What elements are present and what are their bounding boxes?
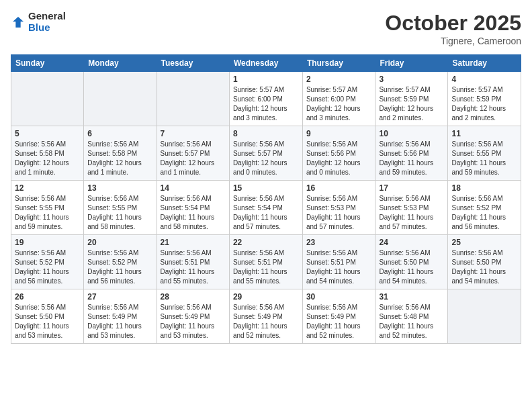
day-number: 9 xyxy=(306,129,372,138)
calendar-cell xyxy=(448,289,521,344)
day-number: 28 xyxy=(161,292,226,302)
day-number: 14 xyxy=(161,183,226,193)
calendar-cell: 18Sunrise: 5:56 AMSunset: 5:52 PMDayligh… xyxy=(448,181,521,235)
day-number: 29 xyxy=(233,292,299,302)
day-info: Sunrise: 5:56 AMSunset: 5:54 PMDaylight:… xyxy=(161,194,226,232)
day-info: Sunrise: 5:57 AMSunset: 6:00 PMDaylight:… xyxy=(233,85,299,123)
day-info: Sunrise: 5:56 AMSunset: 5:56 PMDaylight:… xyxy=(379,140,444,177)
day-info: Sunrise: 5:56 AMSunset: 5:56 PMDaylight:… xyxy=(306,140,372,177)
day-header-saturday: Saturday xyxy=(448,55,521,72)
day-header-monday: Monday xyxy=(84,55,157,72)
day-number: 10 xyxy=(379,129,444,138)
day-number: 24 xyxy=(379,238,444,247)
page-header: General Blue October 2025 Tignere, Camer… xyxy=(11,11,521,46)
calendar-cell: 24Sunrise: 5:56 AMSunset: 5:50 PMDayligh… xyxy=(375,235,448,289)
calendar-cell: 23Sunrise: 5:56 AMSunset: 5:51 PMDayligh… xyxy=(302,235,375,289)
calendar-cell: 2Sunrise: 5:57 AMSunset: 6:00 PMDaylight… xyxy=(302,72,375,126)
day-number: 25 xyxy=(451,238,517,247)
calendar-cell: 20Sunrise: 5:56 AMSunset: 5:52 PMDayligh… xyxy=(84,235,157,289)
day-header-thursday: Thursday xyxy=(302,55,375,72)
day-number: 20 xyxy=(87,238,152,247)
day-number: 23 xyxy=(306,238,372,247)
calendar-cell: 4Sunrise: 5:57 AMSunset: 5:59 PMDaylight… xyxy=(448,72,521,126)
day-header-sunday: Sunday xyxy=(11,55,84,72)
title-block: October 2025 Tignere, Cameroon xyxy=(385,11,521,46)
calendar-cell: 30Sunrise: 5:56 AMSunset: 5:49 PMDayligh… xyxy=(302,289,375,344)
calendar-cell xyxy=(84,72,157,126)
day-number: 27 xyxy=(87,292,152,302)
calendar-cell: 7Sunrise: 5:56 AMSunset: 5:57 PMDaylight… xyxy=(157,126,229,181)
day-number: 1 xyxy=(233,75,299,84)
day-info: Sunrise: 5:56 AMSunset: 5:58 PMDaylight:… xyxy=(15,140,80,177)
day-info: Sunrise: 5:56 AMSunset: 5:55 PMDaylight:… xyxy=(15,194,80,232)
day-number: 7 xyxy=(161,129,226,138)
day-number: 19 xyxy=(15,238,80,247)
calendar-header-row: SundayMondayTuesdayWednesdayThursdayFrid… xyxy=(11,55,521,72)
calendar-cell: 15Sunrise: 5:56 AMSunset: 5:54 PMDayligh… xyxy=(229,181,302,235)
calendar-table: SundayMondayTuesdayWednesdayThursdayFrid… xyxy=(11,54,521,344)
day-info: Sunrise: 5:56 AMSunset: 5:49 PMDaylight:… xyxy=(306,303,372,340)
day-info: Sunrise: 5:56 AMSunset: 5:50 PMDaylight:… xyxy=(379,248,444,286)
day-info: Sunrise: 5:56 AMSunset: 5:51 PMDaylight:… xyxy=(233,248,299,286)
calendar-week-5: 26Sunrise: 5:56 AMSunset: 5:50 PMDayligh… xyxy=(11,289,521,344)
day-info: Sunrise: 5:56 AMSunset: 5:49 PMDaylight:… xyxy=(233,303,299,340)
logo-text: General Blue xyxy=(28,11,66,33)
calendar-cell: 14Sunrise: 5:56 AMSunset: 5:54 PMDayligh… xyxy=(157,181,229,235)
day-info: Sunrise: 5:56 AMSunset: 5:49 PMDaylight:… xyxy=(87,303,152,340)
day-number: 8 xyxy=(233,129,299,138)
day-header-tuesday: Tuesday xyxy=(157,55,229,72)
day-info: Sunrise: 5:56 AMSunset: 5:52 PMDaylight:… xyxy=(451,194,517,232)
calendar-cell: 22Sunrise: 5:56 AMSunset: 5:51 PMDayligh… xyxy=(229,235,302,289)
calendar-cell: 21Sunrise: 5:56 AMSunset: 5:51 PMDayligh… xyxy=(157,235,229,289)
day-number: 13 xyxy=(87,183,152,193)
day-info: Sunrise: 5:56 AMSunset: 5:49 PMDaylight:… xyxy=(161,303,226,340)
day-number: 2 xyxy=(306,75,372,84)
day-info: Sunrise: 5:56 AMSunset: 5:57 PMDaylight:… xyxy=(161,140,226,177)
calendar-week-1: 1Sunrise: 5:57 AMSunset: 6:00 PMDaylight… xyxy=(11,72,521,126)
calendar-cell: 19Sunrise: 5:56 AMSunset: 5:52 PMDayligh… xyxy=(11,235,84,289)
day-number: 5 xyxy=(15,129,80,138)
logo: General Blue xyxy=(11,11,66,33)
day-info: Sunrise: 5:56 AMSunset: 5:55 PMDaylight:… xyxy=(451,140,517,177)
day-number: 21 xyxy=(161,238,226,247)
month-title: October 2025 xyxy=(385,11,521,36)
calendar-cell: 8Sunrise: 5:56 AMSunset: 5:57 PMDaylight… xyxy=(229,126,302,181)
calendar-week-2: 5Sunrise: 5:56 AMSunset: 5:58 PMDaylight… xyxy=(11,126,521,181)
day-number: 4 xyxy=(451,75,517,84)
day-info: Sunrise: 5:56 AMSunset: 5:51 PMDaylight:… xyxy=(306,248,372,286)
calendar-cell: 16Sunrise: 5:56 AMSunset: 5:53 PMDayligh… xyxy=(302,181,375,235)
calendar-cell: 27Sunrise: 5:56 AMSunset: 5:49 PMDayligh… xyxy=(84,289,157,344)
day-info: Sunrise: 5:56 AMSunset: 5:55 PMDaylight:… xyxy=(87,194,152,232)
calendar-cell: 10Sunrise: 5:56 AMSunset: 5:56 PMDayligh… xyxy=(375,126,448,181)
day-number: 17 xyxy=(379,183,444,193)
day-info: Sunrise: 5:56 AMSunset: 5:52 PMDaylight:… xyxy=(87,248,152,286)
day-number: 6 xyxy=(87,129,152,138)
day-number: 15 xyxy=(233,183,299,193)
day-info: Sunrise: 5:56 AMSunset: 5:50 PMDaylight:… xyxy=(15,303,80,340)
calendar-cell: 25Sunrise: 5:56 AMSunset: 5:50 PMDayligh… xyxy=(448,235,521,289)
calendar-cell: 28Sunrise: 5:56 AMSunset: 5:49 PMDayligh… xyxy=(157,289,229,344)
day-info: Sunrise: 5:56 AMSunset: 5:53 PMDaylight:… xyxy=(306,194,372,232)
day-header-friday: Friday xyxy=(375,55,448,72)
calendar-cell: 5Sunrise: 5:56 AMSunset: 5:58 PMDaylight… xyxy=(11,126,84,181)
calendar-cell xyxy=(11,72,84,126)
calendar-cell: 26Sunrise: 5:56 AMSunset: 5:50 PMDayligh… xyxy=(11,289,84,344)
calendar-cell: 12Sunrise: 5:56 AMSunset: 5:55 PMDayligh… xyxy=(11,181,84,235)
day-number: 26 xyxy=(15,292,80,302)
calendar-cell: 29Sunrise: 5:56 AMSunset: 5:49 PMDayligh… xyxy=(229,289,302,344)
day-number: 16 xyxy=(306,183,372,193)
calendar-cell: 3Sunrise: 5:57 AMSunset: 5:59 PMDaylight… xyxy=(375,72,448,126)
day-info: Sunrise: 5:56 AMSunset: 5:50 PMDaylight:… xyxy=(451,248,517,286)
calendar-cell: 17Sunrise: 5:56 AMSunset: 5:53 PMDayligh… xyxy=(375,181,448,235)
day-info: Sunrise: 5:56 AMSunset: 5:52 PMDaylight:… xyxy=(15,248,80,286)
calendar-cell: 9Sunrise: 5:56 AMSunset: 5:56 PMDaylight… xyxy=(302,126,375,181)
calendar-cell: 6Sunrise: 5:56 AMSunset: 5:58 PMDaylight… xyxy=(84,126,157,181)
day-header-wednesday: Wednesday xyxy=(229,55,302,72)
day-info: Sunrise: 5:57 AMSunset: 5:59 PMDaylight:… xyxy=(451,85,517,123)
day-number: 3 xyxy=(379,75,444,84)
logo-icon xyxy=(11,15,26,30)
calendar-cell xyxy=(157,72,229,126)
day-number: 22 xyxy=(233,238,299,247)
day-info: Sunrise: 5:56 AMSunset: 5:53 PMDaylight:… xyxy=(379,194,444,232)
calendar-cell: 11Sunrise: 5:56 AMSunset: 5:55 PMDayligh… xyxy=(448,126,521,181)
